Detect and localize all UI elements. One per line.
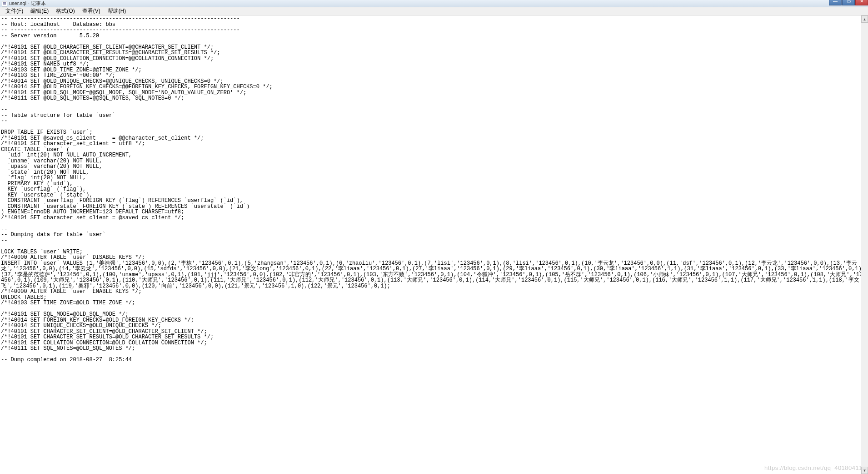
scroll-up-icon[interactable]: ▲ xyxy=(861,15,868,23)
document-icon xyxy=(2,1,7,6)
menu-view[interactable]: 查看(V) xyxy=(79,7,104,15)
menubar: 文件(F) 编辑(E) 格式(O) 查看(V) 帮助(H) xyxy=(0,7,868,15)
menu-format[interactable]: 格式(O) xyxy=(52,7,78,15)
watermark-text: https://blog.csdn.net/qq_40180411 xyxy=(764,464,863,471)
maximize-button[interactable]: ▭ xyxy=(842,0,855,5)
close-button[interactable]: ✕ xyxy=(855,0,868,5)
scroll-track[interactable] xyxy=(861,23,868,467)
menu-help[interactable]: 帮助(H) xyxy=(104,7,130,15)
menu-edit[interactable]: 编辑(E) xyxy=(27,7,52,15)
titlebar[interactable]: user.sql - 记事本 — ▭ ✕ xyxy=(0,0,868,7)
window-title: user.sql - 记事本 xyxy=(9,0,46,7)
vertical-scrollbar[interactable]: ▲ ▼ xyxy=(861,15,868,474)
menu-file[interactable]: 文件(F) xyxy=(2,7,27,15)
minimize-button[interactable]: — xyxy=(829,0,842,5)
window-controls: — ▭ ✕ xyxy=(828,0,868,5)
text-area[interactable]: -- -------------------------------------… xyxy=(0,15,868,474)
